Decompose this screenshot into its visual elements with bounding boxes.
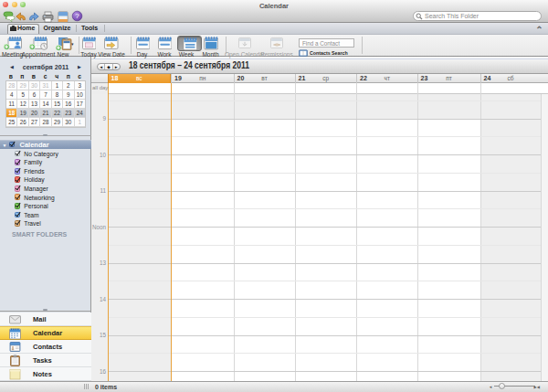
svg-text:?: ?: [75, 12, 79, 20]
